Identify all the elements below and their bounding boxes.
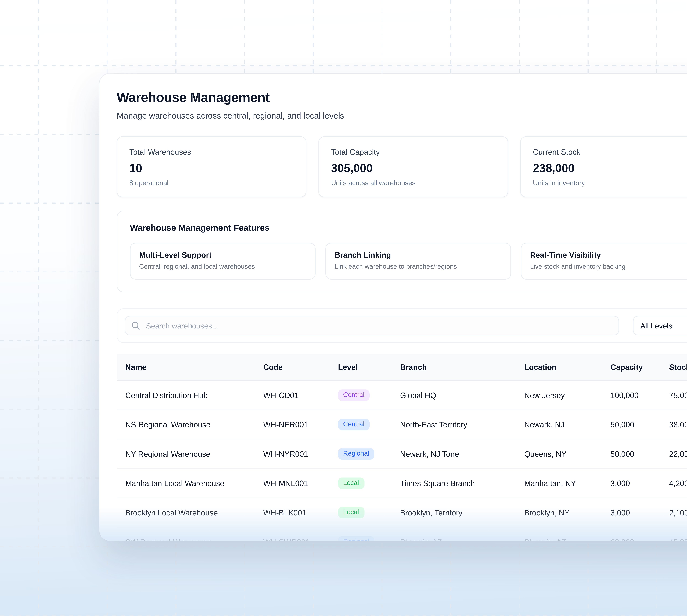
column-header-name: Name	[125, 363, 263, 372]
level-filter-dropdown[interactable]: All Levels	[633, 316, 687, 335]
cell-location: New Jersey	[524, 391, 611, 400]
feature-description: Live stock and inventory backing	[530, 263, 687, 270]
page-subtitle: Manage warehouses across central, region…	[117, 111, 687, 120]
cell-capacity: 60,000	[611, 537, 669, 541]
cell-code: WH-SWR001	[263, 537, 338, 541]
cell-stock: 2,100	[669, 508, 687, 517]
cell-stock: 45,000	[669, 537, 687, 541]
cell-location: Manhattan, NY	[524, 479, 611, 488]
grid-line	[0, 546, 687, 547]
feature-title: Real-Time Visibility	[530, 251, 687, 260]
table-row[interactable]: Central Distribution Hub WH-CD01 Central…	[117, 381, 687, 410]
cell-name: NY Regional Warehouse	[125, 449, 263, 458]
table-row[interactable]: NY Regional Warehouse WH-NYR001 Regional…	[117, 439, 687, 469]
stat-label: Total Capacity	[331, 148, 496, 156]
column-header-stock: Stock	[669, 363, 687, 372]
stat-card-total-warehouses: Total Warehouses 10 8 operational	[117, 136, 306, 197]
cell-level: Central	[338, 419, 400, 430]
cell-stock: 22,000	[669, 449, 687, 458]
stat-sub: 8 operational	[129, 179, 294, 187]
stat-sub: Units in inventory	[533, 179, 687, 187]
column-header-location: Location	[524, 363, 611, 372]
cell-location: Queens, NY	[524, 449, 611, 458]
warehouse-management-card: Warehouse Management Manage warehouses a…	[99, 74, 687, 541]
cell-code: WH-BLK001	[263, 508, 338, 517]
cell-branch: Brooklyn, Territory	[400, 508, 524, 517]
cell-capacity: 3,000	[611, 508, 669, 517]
stat-value: 238,000	[533, 162, 687, 175]
table-row[interactable]: SW Regional Warehouse WH-SWR001 Regional…	[117, 527, 687, 541]
level-badge: Central	[338, 419, 370, 430]
stats-row: Total Warehouses 10 8 operational Total …	[117, 136, 687, 197]
cell-branch: Newark, NJ Tone	[400, 449, 524, 458]
cell-name: NS Regional Warehouse	[125, 420, 263, 429]
level-badge: Local	[338, 507, 364, 518]
cell-capacity: 50,000	[611, 449, 669, 458]
grid-line	[0, 615, 687, 616]
stat-card-current-stock: Current Stock 238,000 Units in inventory	[520, 136, 687, 197]
cell-capacity: 3,000	[611, 479, 669, 488]
level-filter-value: All Levels	[640, 321, 672, 330]
cell-branch: Phoenix, AZ	[400, 537, 524, 541]
stat-card-total-capacity: Total Capacity 305,000 Units across all …	[319, 136, 508, 197]
page-title: Warehouse Management	[117, 90, 687, 105]
cell-location: Phoenix, AZ	[524, 537, 611, 541]
feature-title: Branch Linking	[335, 251, 502, 260]
table-header-row: Name Code Level Branch Location Capacity…	[117, 354, 687, 381]
search-icon	[131, 321, 140, 330]
feature-card-real-time-visibility: Real-Time Visibility Live stock and inve…	[521, 243, 687, 280]
cell-level: Regional	[338, 536, 400, 541]
cell-code: WH-CD01	[263, 391, 338, 400]
level-badge: Regional	[338, 536, 374, 541]
features-panel-title: Warehouse Management Features	[130, 223, 687, 233]
stat-sub: Units across all warehouses	[331, 179, 496, 187]
search-box	[125, 316, 619, 335]
cell-level: Central	[338, 390, 400, 401]
table-row[interactable]: Manhattan Local Warehouse WH-MNL001 Loca…	[117, 469, 687, 498]
level-badge: Local	[338, 478, 364, 489]
cell-name: Manhattan Local Warehouse	[125, 479, 263, 488]
table-row[interactable]: Brooklyn Local Warehouse WH-BLK001 Local…	[117, 498, 687, 527]
feature-description: Link each warehouse to branches/regions	[335, 263, 502, 270]
feature-card-multi-level-support: Multi-Level Support Centrall regional, a…	[130, 243, 316, 280]
column-header-branch: Branch	[400, 363, 524, 372]
feature-card-branch-linking: Branch Linking Link each warehouse to br…	[325, 243, 511, 280]
cell-stock: 75,000	[669, 391, 687, 400]
search-input[interactable]	[125, 316, 619, 335]
features-panel: Warehouse Management Features Multi-Leve…	[117, 211, 687, 292]
cell-stock: 4,200	[669, 479, 687, 488]
cell-location: Brooklyn, NY	[524, 508, 611, 517]
stat-value: 10	[129, 162, 294, 175]
cell-stock: 38,000	[669, 420, 687, 429]
cell-code: WH-NER001	[263, 420, 338, 429]
warehouse-table: Name Code Level Branch Location Capacity…	[117, 354, 687, 541]
features-row: Multi-Level Support Centrall regional, a…	[130, 243, 687, 280]
cell-name: Brooklyn Local Warehouse	[125, 508, 263, 517]
feature-title: Multi-Level Support	[139, 251, 306, 260]
level-badge: Regional	[338, 448, 374, 460]
cell-code: WH-NYR001	[263, 449, 338, 458]
column-header-level: Level	[338, 363, 400, 372]
cell-capacity: 100,000	[611, 391, 669, 400]
cell-name: Central Distribution Hub	[125, 391, 263, 400]
cell-branch: Global HQ	[400, 391, 524, 400]
cell-level: Local	[338, 478, 400, 489]
cell-branch: Times Square Branch	[400, 479, 524, 488]
column-header-capacity: Capacity	[611, 363, 669, 372]
grid-line	[0, 65, 687, 66]
grid-line	[38, 0, 39, 616]
cell-location: Newark, NJ	[524, 420, 611, 429]
cell-name: SW Regional Warehouse	[125, 537, 263, 541]
stat-label: Total Warehouses	[129, 148, 294, 156]
cell-capacity: 50,000	[611, 420, 669, 429]
page-background: Warehouse Management Manage warehouses a…	[0, 0, 687, 616]
toolbar-panel: All Levels All Status +	[117, 308, 687, 343]
column-header-code: Code	[263, 363, 338, 372]
cell-level: Local	[338, 507, 400, 518]
cell-branch: North-East Territory	[400, 420, 524, 429]
cell-level: Regional	[338, 448, 400, 460]
table-row[interactable]: NS Regional Warehouse WH-NER001 Central …	[117, 410, 687, 439]
stat-value: 305,000	[331, 162, 496, 175]
feature-description: Centrall regional, and local warehouses	[139, 263, 306, 270]
cell-code: WH-MNL001	[263, 479, 338, 488]
